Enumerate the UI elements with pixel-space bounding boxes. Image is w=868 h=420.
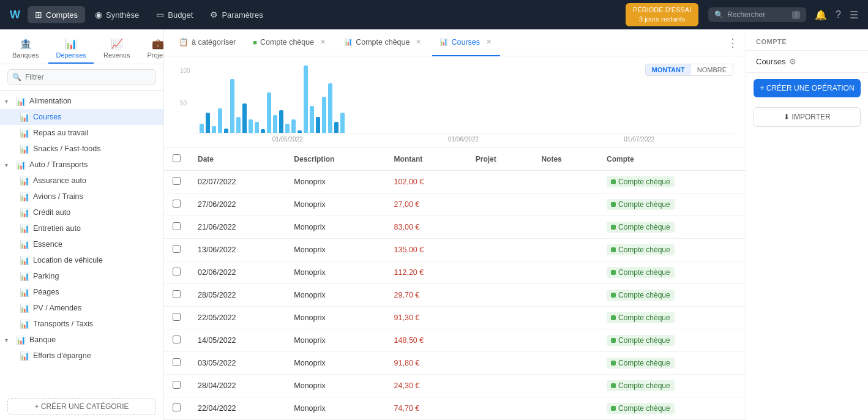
tabs-more-button[interactable]: ⋮ — [727, 36, 738, 50]
row-checkbox-cell — [164, 329, 189, 352]
transports-taxis-icon: 📊 — [20, 320, 29, 329]
row-date: 27/06/2022 — [189, 193, 285, 216]
search-box[interactable]: 🔍 Rechercher / — [708, 7, 806, 22]
tab-courses[interactable]: 📊 Courses ✕ — [432, 29, 500, 56]
tab-a-categoriser[interactable]: 📋 à catégoriser — [171, 29, 243, 56]
bar-2 — [212, 126, 216, 133]
category-header-alimentation[interactable]: ▾ 📊 Alimentation ⋮ — [0, 93, 163, 109]
row-checkbox-7[interactable] — [173, 336, 181, 343]
row-checkbox-0[interactable] — [173, 177, 181, 185]
row-compte: Compte chèque — [598, 171, 746, 193]
tabs-bar: 📋 à catégoriser ■ Compte chèque ✕ 📊 Comp… — [164, 29, 746, 56]
row-checkbox-6[interactable] — [173, 313, 181, 321]
select-all-checkbox[interactable] — [173, 154, 181, 162]
category-header-auto-transports[interactable]: ▾ 📊 Auto / Transports ⋮ — [0, 157, 163, 173]
row-description: Monoprix — [285, 375, 385, 397]
sidebar-filter-input[interactable] — [7, 69, 156, 85]
row-checkbox-8[interactable] — [173, 358, 181, 366]
tab-close-courses[interactable]: ✕ — [484, 38, 493, 47]
bar-4 — [224, 129, 228, 133]
repas-label: Repas au travail — [33, 129, 145, 137]
y-label-50: 50 — [180, 100, 190, 107]
create-category-button[interactable]: + CRÉER UNE CATÉGORIE — [7, 398, 156, 415]
sidebar-item-parking[interactable]: 📊 Parking ⋮ — [0, 268, 163, 284]
menu-icon[interactable]: ☰ — [850, 9, 858, 21]
nav-parametres[interactable]: ⚙ Paramètres — [203, 6, 270, 23]
avions-trains-label: Avions / Trains — [33, 192, 145, 201]
row-date: 22/04/2022 — [189, 397, 285, 420]
sidebar-item-credit-auto[interactable]: 📊 Crédit auto ⋮ — [0, 204, 163, 220]
avions-trains-icon: 📊 — [20, 192, 29, 201]
row-projet — [467, 261, 533, 284]
tab-compte-cheque-2[interactable]: 📊 Compte chèque ✕ — [337, 29, 430, 56]
sidebar-item-entretien-auto[interactable]: 📊 Entretien auto ⋮ — [0, 220, 163, 236]
x-label-may: 01/05/2022 — [272, 136, 303, 143]
sidebar-item-essence[interactable]: 📊 Essence ⋮ — [0, 236, 163, 252]
row-checkbox-3[interactable] — [173, 245, 181, 253]
row-compte: Compte chèque — [598, 193, 746, 216]
tab-close-compte-cheque-1[interactable]: ✕ — [318, 38, 327, 47]
sidebar-tab-banques[interactable]: 🏦 Banques — [5, 34, 46, 64]
bar-9 — [255, 122, 259, 133]
sidebar-item-assurance-auto[interactable]: 📊 Assurance auto ⋮ — [0, 173, 163, 189]
table-row: 02/06/2022 Monoprix 112,20 € Compte chèq… — [164, 261, 746, 284]
bar-0 — [200, 124, 204, 133]
bar-1 — [206, 113, 210, 133]
help-icon[interactable]: ? — [836, 9, 841, 20]
row-compte: Compte chèque — [598, 284, 746, 307]
tab-compte-cheque-2-label: Compte chèque — [356, 38, 410, 47]
sidebar-tab-revenus[interactable]: 📈 Revenus — [96, 34, 137, 64]
category-header-banque[interactable]: ▾ 📊 Banque ⋮ — [0, 332, 163, 348]
nav-comptes[interactable]: ⊞ Comptes — [28, 6, 85, 23]
sidebar-item-peages[interactable]: 📊 Péages ⋮ — [0, 284, 163, 300]
sidebar-tab-depenses[interactable]: 📊 Dépenses — [48, 34, 94, 64]
row-checkbox-5[interactable] — [173, 290, 181, 298]
notifications-icon[interactable]: 🔔 — [815, 9, 827, 21]
alimentation-label: Alimentation — [29, 97, 145, 105]
row-checkbox-1[interactable] — [173, 200, 181, 208]
row-checkbox-cell — [164, 352, 189, 375]
nav-budget[interactable]: ▭ Budget — [149, 6, 200, 23]
sidebar-tab-projets[interactable]: 💼 Projets — [140, 34, 164, 64]
row-checkbox-9[interactable] — [173, 381, 181, 389]
row-checkbox-2[interactable] — [173, 222, 181, 230]
nav-synthese[interactable]: ◉ Synthèse — [88, 6, 146, 23]
sidebar-item-repas-travail[interactable]: 📊 Repas au travail ⋮ — [0, 125, 163, 141]
parking-icon: 📊 — [20, 272, 29, 281]
sidebar-item-pv-amendes[interactable]: 📊 PV / Amendes ⋮ — [0, 300, 163, 316]
top-nav-icons: 🔔 ? ☰ — [815, 9, 858, 21]
tab-compte-cheque-1[interactable]: ■ Compte chèque ✕ — [245, 29, 334, 56]
row-description: Monoprix — [285, 216, 385, 239]
search-shortcut: / — [792, 11, 800, 19]
sidebar-item-snacks[interactable]: 📊 Snacks / Fast-foods ⋮ — [0, 141, 163, 157]
auto-transports-label: Auto / Transports — [29, 160, 145, 169]
sidebar-item-efforts-epargne[interactable]: 📊 Efforts d'épargne ⋮ — [0, 348, 163, 364]
pv-amendes-label: PV / Amendes — [33, 304, 145, 312]
account-settings-icon[interactable]: ⚙ — [789, 57, 796, 66]
row-checkbox-10[interactable] — [173, 403, 181, 411]
row-checkbox-cell — [164, 375, 189, 397]
sidebar-item-avions-trains[interactable]: 📊 Avions / Trains ⋮ — [0, 189, 163, 204]
row-compte: Compte chèque — [598, 307, 746, 329]
x-label-jun: 01/06/2022 — [448, 136, 479, 143]
row-montant: 148,50 € — [386, 329, 467, 352]
sidebar-item-transports-taxis[interactable]: 📊 Transports / Taxis ⋮ — [0, 316, 163, 332]
row-checkbox-4[interactable] — [173, 268, 181, 276]
tab-close-compte-cheque-2[interactable]: ✕ — [414, 38, 422, 47]
row-date: 22/05/2022 — [189, 307, 285, 329]
right-panel-header: COMPTE — [746, 29, 868, 51]
repas-bar-icon: 📊 — [20, 129, 29, 138]
synthese-icon: ◉ — [95, 10, 102, 20]
row-projet — [467, 239, 533, 261]
bar-13 — [279, 110, 283, 133]
row-date: 02/06/2022 — [189, 261, 285, 284]
row-notes — [533, 216, 598, 239]
chart-table-area: MONTANT NOMBRE 100 50 01/05/2022 01/06/2… — [164, 56, 746, 420]
import-button[interactable]: ⬇ IMPORTER — [754, 107, 861, 127]
row-checkbox-cell — [164, 284, 189, 307]
sidebar-item-location-vehicule[interactable]: 📊 Location de véhicule ⋮ — [0, 252, 163, 268]
row-description: Monoprix — [285, 284, 385, 307]
y-axis-labels: 100 50 — [176, 66, 194, 133]
create-operation-button[interactable]: + CRÉER UNE OPÉRATION — [754, 79, 861, 97]
sidebar-item-courses[interactable]: 📊 Courses ⋮ — [0, 109, 163, 125]
